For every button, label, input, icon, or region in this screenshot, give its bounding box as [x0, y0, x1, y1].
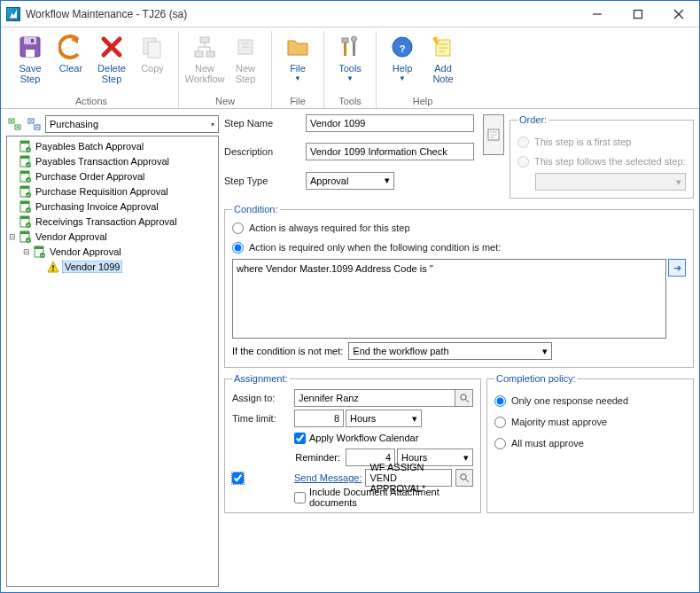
include-docs-checkbox[interactable]: Include Document Attachment documents	[294, 489, 473, 505]
send-message-link[interactable]: Send Message:	[294, 472, 362, 483]
workflow-icon	[18, 215, 32, 229]
tree-node[interactable]: Purchase Requisition Approval	[7, 183, 218, 199]
not-met-dropdown[interactable]: End the workflow path▾	[348, 342, 552, 360]
svg-point-26	[352, 36, 357, 42]
order-first-radio: This step is a first step	[517, 134, 686, 150]
clear-button[interactable]: Clear	[51, 31, 91, 84]
help-button[interactable]: ?Help▼	[382, 31, 423, 84]
chevron-down-icon: ▾	[542, 346, 548, 357]
tree-node[interactable]: Payables Transaction Approval	[7, 153, 218, 168]
send-message-input[interactable]: WF ASSIGN VEND APPROVAL*	[365, 469, 452, 487]
save-icon	[16, 33, 44, 61]
file-button[interactable]: File▼	[277, 31, 318, 82]
tree-node[interactable]: ⊟Vendor Approval	[7, 229, 218, 244]
addnote-button[interactable]: Add Note	[423, 31, 463, 84]
condition-always-radio[interactable]: Action is always required for this step	[232, 220, 686, 236]
file-label: File	[290, 63, 306, 74]
svg-rect-7	[31, 39, 34, 43]
chevron-down-icon: ▾	[211, 121, 214, 129]
newstep-label: New Step	[236, 63, 256, 84]
step-name-input[interactable]: Vendor 1099	[306, 114, 474, 132]
time-limit-input[interactable]: 8	[294, 410, 344, 427]
send-message-lookup-button[interactable]	[455, 469, 473, 487]
condition-expand-button[interactable]: ➔	[668, 259, 686, 277]
maximize-button[interactable]	[618, 1, 658, 27]
time-limit-unit-dropdown[interactable]: Hours▾	[346, 410, 422, 427]
chevron-down-icon: ▼	[346, 74, 354, 82]
time-limit-label: Time limit:	[232, 410, 291, 427]
ribbon-group-label: File	[290, 96, 306, 106]
svg-rect-12	[148, 42, 160, 58]
module-dropdown[interactable]: Purchasing ▾	[45, 115, 219, 133]
minimize-button[interactable]	[577, 1, 618, 27]
svg-point-46	[26, 147, 31, 152]
expand-all-icon[interactable]	[6, 116, 24, 132]
tree-node[interactable]: Vendor 1099	[7, 259, 218, 274]
tree-node[interactable]: Purchasing Invoice Approval	[7, 199, 218, 214]
tree-label: Receivings Transaction Approval	[34, 216, 179, 227]
svg-point-64	[26, 238, 31, 243]
clear-label: Clear	[59, 63, 82, 74]
addnote-icon	[429, 33, 457, 61]
condition-text[interactable]: where Vendor Master.1099 Address Code is…	[232, 259, 666, 339]
delete-button[interactable]: Delete Step	[91, 31, 132, 84]
workflow-tree[interactable]: Payables Batch ApprovalPayables Transact…	[6, 136, 219, 587]
module-dropdown-value: Purchasing	[50, 119, 98, 129]
workflow-icon	[18, 184, 32, 199]
workflow-icon	[18, 199, 32, 214]
svg-rect-6	[26, 50, 35, 57]
close-button[interactable]	[658, 1, 699, 27]
delete-icon	[97, 33, 126, 61]
policy-majority-radio[interactable]: Majority must approve	[494, 414, 686, 430]
expand-button[interactable]	[483, 114, 504, 155]
policy-legend: Completion policy:	[494, 373, 578, 384]
assignment-fieldset: Assignment: Assign to: Jennifer Ranz Tim…	[224, 373, 481, 513]
svg-rect-54	[20, 186, 29, 189]
tree-label: Payables Batch Approval	[34, 141, 145, 152]
save-button[interactable]: Save Step	[10, 31, 51, 84]
newstep-button: New Step	[225, 31, 266, 84]
tree-node[interactable]: ⊟Vendor Approval	[7, 244, 218, 259]
copy-button: Copy	[132, 31, 173, 84]
tools-button[interactable]: Tools▼	[330, 31, 370, 82]
order-follows-radio: This step follows the selected step:	[517, 153, 686, 169]
policy-all-radio[interactable]: All must approve	[494, 435, 686, 451]
svg-rect-66	[35, 246, 43, 249]
svg-point-75	[460, 394, 465, 400]
description-input[interactable]: Vendor 1099 Information Check	[306, 143, 474, 160]
workflow-icon	[32, 245, 46, 259]
tree-node[interactable]: Payables Batch Approval	[7, 138, 218, 153]
step-type-label: Step Type	[224, 172, 304, 190]
ribbon-group-label: Actions	[75, 96, 107, 106]
tree-node[interactable]: Purchase Order Approval	[7, 168, 218, 183]
step-type-dropdown[interactable]: Approval▾	[306, 172, 394, 190]
send-message-checkbox[interactable]	[232, 470, 291, 486]
assign-to-lookup-button[interactable]	[455, 389, 473, 407]
workflow-icon	[18, 169, 32, 183]
arrow-right-icon: ➔	[673, 262, 681, 274]
workflow-icon	[18, 139, 32, 153]
svg-point-67	[40, 253, 45, 258]
copy-icon	[138, 33, 167, 61]
tree-expander[interactable]: ⊟	[21, 247, 32, 256]
chevron-down-icon: ▾	[676, 176, 681, 188]
newstep-icon	[231, 33, 260, 61]
svg-rect-13	[200, 37, 209, 43]
ribbon: Save StepClearDelete StepCopyActionsNew …	[1, 27, 699, 109]
search-icon	[459, 472, 470, 483]
collapse-all-icon[interactable]	[26, 116, 43, 132]
step-fields: Step Name Vendor 1099 Description Vendor…	[224, 114, 474, 199]
app-icon	[6, 7, 20, 21]
assignment-legend: Assignment:	[232, 373, 290, 384]
policy-one-radio[interactable]: Only one response needed	[494, 393, 686, 409]
save-label: Save Step	[19, 63, 41, 84]
reminder-label: Reminder:	[294, 452, 344, 463]
help-icon: ?	[388, 33, 416, 61]
tree-expander[interactable]: ⊟	[7, 232, 18, 241]
workflow-icon	[18, 230, 32, 244]
condition-when-radio[interactable]: Action is required only when the followi…	[232, 239, 686, 255]
tree-node[interactable]: Receivings Transaction Approval	[7, 214, 218, 229]
workflow-icon	[18, 154, 32, 168]
apply-calendar-checkbox[interactable]: Apply Workflow Calendar	[294, 430, 473, 446]
assign-to-input[interactable]: Jennifer Ranz	[294, 389, 455, 407]
